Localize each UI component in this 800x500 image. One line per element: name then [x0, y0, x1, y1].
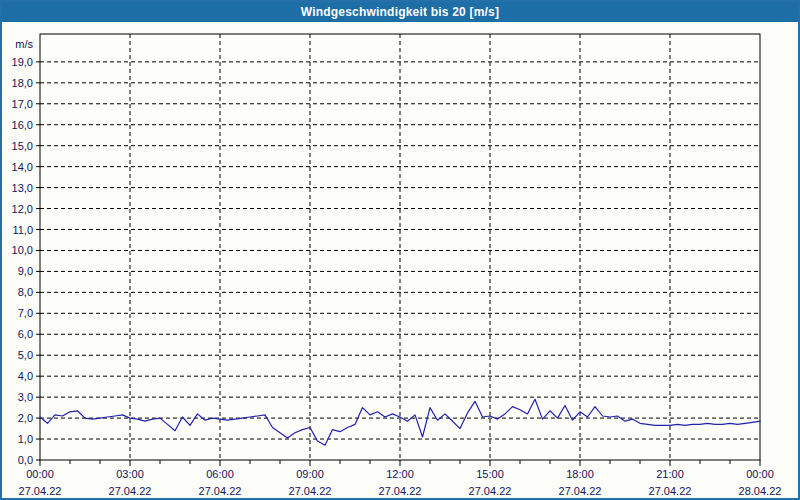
x-tick-time-label: 18:00 [566, 468, 594, 480]
y-tick-label: 9,0 [18, 265, 33, 277]
window-title: Windgeschwindigkeit bis 20 [m/s] [301, 5, 499, 19]
y-tick-label: 7,0 [18, 307, 33, 319]
window-title-bar: Windgeschwindigkeit bis 20 [m/s] [2, 2, 798, 22]
y-tick-label: 11,0 [12, 224, 33, 236]
x-tick-time-label: 06:00 [206, 468, 234, 480]
x-tick-time-label: 12:00 [386, 468, 414, 480]
x-tick-time-label: 15:00 [476, 468, 504, 480]
y-tick-label: 4,0 [18, 370, 33, 382]
x-tick-date-label: 27.04.22 [379, 485, 422, 497]
x-tick-time-label: 00:00 [746, 468, 774, 480]
y-tick-label: 6,0 [18, 328, 33, 340]
x-tick-date-label: 27.04.22 [469, 485, 512, 497]
y-axis-unit-label: m/s [15, 38, 33, 50]
x-tick-date-label: 28.04.22 [739, 485, 782, 497]
y-tick-label: 0,0 [18, 454, 33, 466]
y-tick-label: 19,0 [12, 56, 33, 68]
y-tick-label: 10,0 [12, 244, 33, 256]
x-tick-date-label: 27.04.22 [649, 485, 692, 497]
y-tick-label: 1,0 [18, 433, 33, 445]
y-tick-label: 2,0 [18, 412, 33, 424]
x-tick-time-label: 03:00 [116, 468, 144, 480]
y-tick-label: 12,0 [12, 203, 33, 215]
y-tick-label: 5,0 [18, 349, 33, 361]
y-tick-label: 14,0 [12, 161, 33, 173]
y-tick-label: 15,0 [12, 140, 33, 152]
y-tick-label: 13,0 [12, 182, 33, 194]
y-tick-label: 16,0 [12, 119, 33, 131]
wind-speed-chart: 0,01,02,03,04,05,06,07,08,09,010,011,012… [2, 22, 798, 498]
x-tick-time-label: 21:00 [656, 468, 684, 480]
x-tick-time-label: 00:00 [26, 468, 54, 480]
x-tick-date-label: 27.04.22 [199, 485, 242, 497]
y-tick-label: 18,0 [12, 77, 33, 89]
x-tick-date-label: 27.04.22 [19, 485, 62, 497]
x-tick-time-label: 09:00 [296, 468, 324, 480]
y-tick-label: 17,0 [12, 98, 33, 110]
y-tick-label: 3,0 [18, 391, 33, 403]
wind-chart-window: Windgeschwindigkeit bis 20 [m/s] 0,01,02… [0, 0, 800, 500]
y-tick-label: 8,0 [18, 286, 33, 298]
x-tick-date-label: 27.04.22 [109, 485, 152, 497]
x-tick-date-label: 27.04.22 [289, 485, 332, 497]
x-tick-date-label: 27.04.22 [559, 485, 602, 497]
